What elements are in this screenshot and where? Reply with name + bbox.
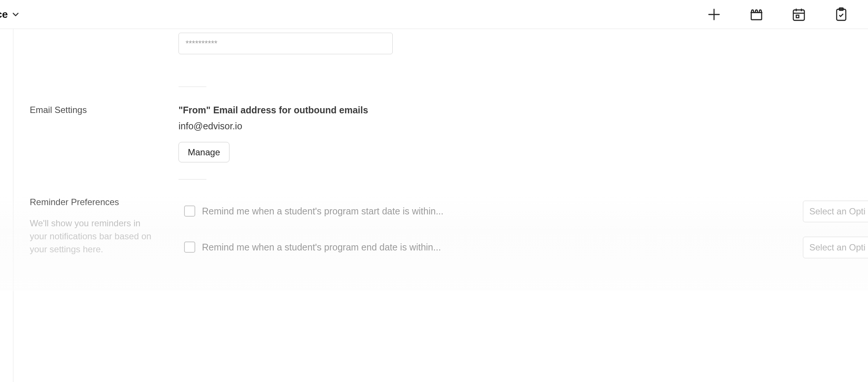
section-divider: [179, 179, 206, 179]
manage-button[interactable]: Manage: [179, 142, 229, 162]
workspace-label-fragment: ce: [0, 9, 8, 20]
select-placeholder: Select an Opti: [809, 242, 865, 253]
password-input[interactable]: **********: [179, 33, 393, 54]
section-divider: [179, 87, 206, 87]
calendar-icon[interactable]: [791, 6, 807, 23]
topbar-actions: [706, 6, 861, 23]
email-settings-block: "From" Email address for outbound emails…: [179, 105, 368, 162]
chevron-down-icon: [11, 10, 20, 19]
svg-rect-2: [837, 9, 846, 20]
store-icon[interactable]: [748, 6, 765, 23]
reminder-row: Remind me when a student's program start…: [184, 205, 444, 217]
email-from-heading: "From" Email address for outbound emails: [179, 105, 368, 116]
section-label-reminder-preferences: Reminder Preferences: [30, 197, 119, 207]
vertical-divider: [13, 29, 13, 382]
topbar: ce: [0, 0, 868, 29]
reminder-label: Remind me when a student's program end d…: [202, 242, 441, 253]
reminder-checkbox[interactable]: [184, 242, 195, 253]
reminder-label: Remind me when a student's program start…: [202, 206, 444, 217]
reminder-description: We'll show you reminders in your notific…: [30, 217, 152, 256]
section-label-email-settings: Email Settings: [30, 105, 87, 115]
password-masked-value: **********: [186, 39, 218, 48]
reminder-row: Remind me when a student's program end d…: [184, 242, 441, 253]
workspace-switcher[interactable]: ce: [0, 9, 20, 20]
reminder-select[interactable]: Select an Opti: [803, 237, 868, 258]
password-block: **********: [179, 33, 393, 54]
reminder-checkbox[interactable]: [184, 205, 195, 217]
clipboard-check-icon[interactable]: [833, 6, 849, 23]
add-button[interactable]: [706, 6, 722, 23]
content-area: ********** Email Settings "From" Email a…: [30, 29, 868, 382]
select-placeholder: Select an Opti: [809, 206, 865, 217]
main-content: ********** Email Settings "From" Email a…: [0, 29, 868, 382]
email-from-value: info@edvisor.io: [179, 121, 368, 132]
reminder-select[interactable]: Select an Opti: [803, 201, 868, 222]
svg-rect-1: [796, 15, 799, 17]
